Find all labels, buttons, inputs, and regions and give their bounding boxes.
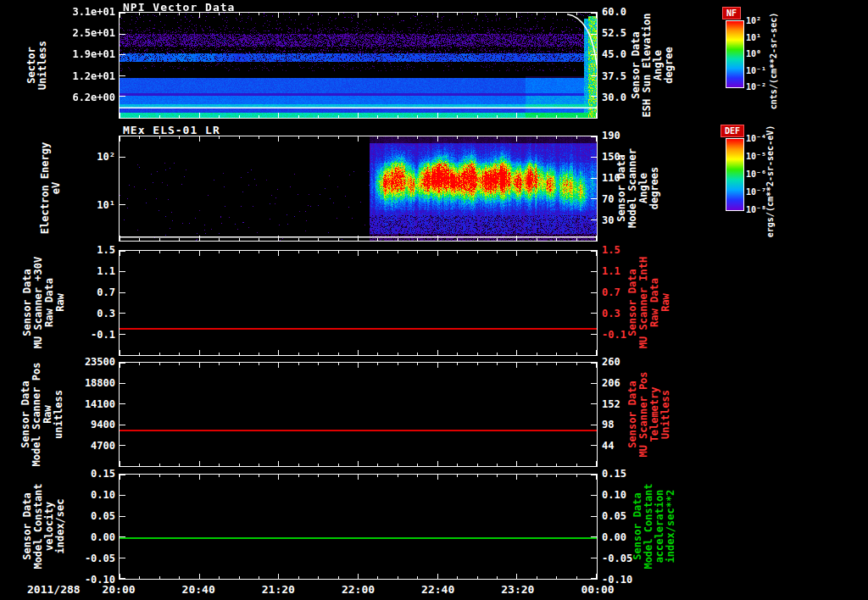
x-axis-tick: [398, 136, 398, 139]
x-axis-tick: [338, 115, 339, 118]
x-axis-tick: [556, 238, 557, 241]
y-tick-label: 23500: [0, 356, 115, 368]
x-axis-tick: [278, 136, 279, 142]
x-axis-tick: [199, 13, 200, 18]
x-axis-tick: [516, 574, 517, 579]
x-axis-tick: [199, 475, 200, 480]
x-axis-tick: [120, 236, 120, 241]
x-axis-tick: [497, 238, 498, 241]
right-y-tick-label: 0.10: [602, 489, 626, 501]
x-axis-tick: [358, 363, 359, 368]
x-axis-tick: [338, 353, 339, 355]
x-axis-tick: [377, 13, 378, 15]
x-axis-tick: [239, 475, 240, 477]
colorbar-tick-label: 10²: [746, 16, 761, 25]
x-axis-tick: [457, 251, 458, 253]
x-axis-tick: [537, 238, 537, 241]
x-axis-tick: [358, 136, 359, 142]
x-axis-tick: [219, 475, 220, 477]
x-axis-tick: [398, 353, 398, 355]
x-axis-tick: [437, 236, 438, 241]
nf-colorbar: [726, 20, 744, 88]
x-axis-tick: [199, 574, 200, 579]
x-axis-tick: [358, 350, 359, 355]
right-y-tick-label: 70: [602, 193, 614, 205]
x-axis-tick: [417, 464, 418, 466]
x-axis-tick: [457, 13, 458, 15]
x-axis-tick: [179, 475, 180, 477]
x-axis-tick: [437, 251, 438, 256]
x-axis-tick: [398, 115, 398, 118]
x-axis-tick: [259, 353, 259, 355]
x-axis-tick: [239, 576, 240, 579]
x-axis-tick: [576, 363, 577, 365]
x-axis-tick: [457, 576, 458, 579]
right-y-tick-label: -0.05: [602, 553, 632, 564]
x-axis-tick: [417, 576, 418, 579]
x-axis-tick: [537, 251, 537, 253]
y-tick-label: 0.3: [0, 308, 115, 319]
x-axis-tick: [259, 136, 259, 139]
x-axis-tick: [139, 363, 140, 365]
x-axis-tick: [159, 353, 160, 355]
x-axis-tick: [358, 574, 359, 579]
colorbar-tick-label: 10¹: [746, 32, 761, 42]
x-axis-tick: [437, 136, 438, 142]
colorbar-tick-label: 10⁻⁶: [746, 169, 766, 179]
x-axis-tick: [576, 576, 577, 579]
x-axis-tick: [159, 464, 160, 466]
y-axis-tick: [120, 363, 125, 364]
x-axis-tick: [239, 238, 240, 241]
y-axis-tick: [120, 271, 125, 272]
x-axis-tick: [199, 136, 200, 142]
x-axis-tick: [159, 136, 160, 139]
x-axis-tick: [437, 13, 438, 18]
y-tick-label: 14100: [0, 398, 115, 410]
y-tick-label: 10¹: [0, 199, 115, 211]
y-axis-tick: [591, 536, 597, 537]
x-axis-tick: [179, 251, 180, 253]
x-axis-tick: [477, 576, 478, 579]
right-y-tick-label: 30: [602, 214, 614, 226]
y-tick-label: 1.9e+01: [0, 48, 115, 60]
model-constant-velocity-trace: [120, 537, 597, 539]
x-axis-tick: [338, 475, 339, 477]
colorbar-tick-label: 10⁻²: [746, 82, 766, 92]
y-axis-tick: [120, 445, 125, 446]
x-axis-tick: [239, 363, 240, 365]
x-axis-tick: [537, 363, 537, 365]
x-axis-tick: [358, 251, 359, 256]
x-axis-tick: [298, 115, 299, 118]
y-axis-tick: [591, 475, 597, 475]
x-axis-tick: [537, 136, 537, 139]
y-tick-label: 6.2e+00: [0, 92, 115, 103]
y-axis-tick: [120, 334, 125, 335]
x-axis-tick: [199, 461, 200, 466]
x-axis-tick: [516, 475, 517, 480]
y-axis-tick: [120, 13, 125, 14]
y-tick-label: 1.1: [0, 265, 115, 277]
y-axis-tick: [120, 54, 125, 55]
x-axis-tick: [377, 576, 378, 579]
x-axis-tick: [556, 576, 557, 579]
x-axis-tick: [516, 350, 517, 355]
x-axis-tick: [139, 475, 140, 477]
colorbar-tick-label: 10⁻⁵: [746, 152, 766, 161]
x-axis-tick: [179, 238, 180, 241]
right-y-tick-label: 190: [602, 130, 620, 142]
x-axis-tick: [358, 113, 359, 118]
x-axis-tick: [377, 251, 378, 253]
y-axis-tick: [591, 198, 597, 199]
x-axis-tick: [239, 464, 240, 466]
x-axis-tick: [576, 475, 577, 477]
sun-elevation-axis-title: Sensor Data ESH Sun Elevation Angle degr…: [631, 14, 675, 118]
x-axis-tick: [159, 13, 160, 15]
right-y-tick-label: 98: [602, 419, 614, 431]
x-axis-tick: [219, 464, 220, 466]
x-axis-tick: [576, 115, 577, 118]
y-axis-tick: [591, 383, 597, 384]
x-axis-tick: [298, 251, 299, 253]
x-axis-tick: [199, 363, 200, 368]
y-axis-tick: [591, 178, 597, 179]
colorbar-tick-label: 10⁻¹: [746, 65, 766, 75]
